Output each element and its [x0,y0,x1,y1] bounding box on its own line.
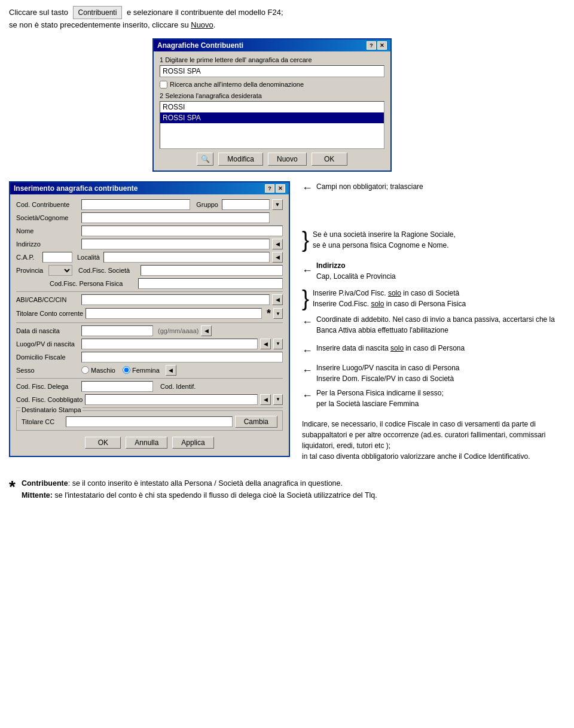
contribuente-text: : se il conto inserito è intestato alla … [68,479,343,488]
footnote-asterisk: * [9,479,16,495]
optional-text: Campi non obbligatori; tralasciare [316,181,423,192]
modifica-button[interactable]: Modifica [218,153,263,166]
sesso-arrow-btn[interactable]: ◀ [166,365,176,376]
data-nascita-note: ← Inserire data di nascita solo in caso … [302,343,565,359]
titolare-label: Titolare Conto corrente [16,310,83,317]
arrow-luogo: ← [302,363,313,379]
mittente-text: se l'intestatario del conto è chi sta sp… [53,491,377,499]
societa-input[interactable] [81,212,270,223]
societa-row: Società/Cognome ▶ [16,212,283,223]
cod-identif-note: Indicare, se necessario, il codice Fisca… [302,419,565,462]
domicilio-input[interactable] [81,352,283,363]
footnote: * Contribuente: se il conto inserito è i… [9,477,565,501]
locality-input[interactable] [103,252,270,263]
cod-identif-label: Cod. Identif. [160,383,196,390]
fisc-brace: } Inserire P.iva/Cod Fisc. solo in caso … [302,288,565,309]
cod-fisc-pf-label: Cod.Fisc. Persona Fisica [50,280,136,287]
gruppo-input[interactable] [222,199,270,210]
cod-contribuente-input[interactable] [81,199,190,210]
insert-help-btn[interactable]: ? [265,184,274,193]
codfisc-societa-input[interactable] [141,265,283,276]
femmina-radio[interactable] [123,366,130,374]
titolare-dropdown[interactable]: ▼ [273,308,283,319]
maschio-radio-item: Maschio [81,366,115,374]
sesso-note: ← Per la Persona Fisica indicarne il ses… [302,388,565,409]
nome-input[interactable] [81,226,283,236]
domicilio-label: Domicilio Fiscale [16,354,79,361]
search-checkbox[interactable] [160,81,167,89]
ok-button-insert[interactable]: OK [85,437,121,449]
titolare-cc-input[interactable] [66,416,233,427]
separator1 [16,291,283,292]
indirizzo-arrow-btn[interactable]: ◀ [272,239,283,249]
data-arrow-btn[interactable]: ◀ [201,325,212,336]
coordinate-note: ← Coordinate di addebito. Nel caso di in… [302,314,565,336]
indirizzo-row: Indirizzo ◀ [16,239,283,249]
gg-mm-aaaa-hint: (gg/mm/aaaa) [158,327,199,334]
cod-contribuente-label: Cod. Contribuente [16,201,79,208]
coobb-dropdown[interactable]: ▼ [273,394,283,405]
cod-fisc-delega-input[interactable] [81,381,153,392]
contribuente-bold: Contribuente [22,479,68,488]
data-nascita-input[interactable] [81,325,153,336]
abi-arrow-btn[interactable]: ◀ [272,294,283,305]
cambia-button[interactable]: Cambia [235,416,277,428]
instruction-text1: Cliccare sul tasto [9,8,68,17]
societa-brace: } Se è una società inserire la Ragione S… [302,229,565,251]
abi-row: ABI/CAB/CC/CIN ◀ [16,294,283,305]
abi-label: ABI/CAB/CC/CIN [16,296,79,303]
provincia-select[interactable] [48,265,72,276]
search-dialog-title: Anagrafiche Contribuenti ? ✕ [154,39,390,51]
dialog-help-btn[interactable]: ? [367,41,376,50]
luogo-nascita-label: Luogo/PV di nascita [16,340,79,348]
search-input[interactable] [160,65,384,77]
cod-fisc-delega-row: Cod. Fisc. Delega Cod. Identif. [16,381,283,392]
contribuenti-button-inline: Contribuenti [73,6,123,19]
luogo-arrow-btn[interactable]: ◀ [260,339,271,349]
abi-input[interactable] [81,294,270,305]
annotations-column: ← Campi non obbligatori; tralasciare } S… [302,181,565,465]
dest-stampa-legend: Destinatario Stampa [20,406,83,413]
cod-fisc-coobb-input[interactable] [85,394,258,405]
societa-label: Società/Cognome [16,214,79,221]
data-nascita-row: Data di nascita (gg/mm/aaaa) ◀ [16,325,283,336]
gruppo-arrow-btn[interactable]: ▼ [272,199,283,210]
cod-fisc-delega-label: Cod. Fisc. Delega [16,383,79,390]
provincia-row: Provincia Cod.Fisc. Società [16,265,283,276]
indirizzo-input[interactable] [81,239,270,249]
gruppo-label: Gruppo [196,201,218,208]
search-result-rossi-spa[interactable]: ROSSI SPA [160,112,384,123]
annulla-button[interactable]: Annulla [126,437,167,449]
indirizzo-label: Indirizzo [16,240,79,248]
mittente-bold: Mittente: [22,491,53,499]
titolare-cc-row: Titolare CC Cambia [22,416,277,428]
nuovo-button[interactable]: Nuovo [268,153,307,166]
instruction-text2: e selezionare il contribuente del modell… [127,8,283,17]
dialog-close-btn[interactable]: ✕ [377,41,387,50]
cap-input[interactable] [42,252,72,263]
cod-fisc-pf-input[interactable] [138,278,283,289]
arrow-optional: ← [302,180,313,196]
instruction-text3: se non è stato precedentemente inserito,… [9,20,189,29]
titolare-row: Titolare Conto corrente * ▼ [16,307,283,320]
main-area: Inserimento anagrafica contribuente ? ✕ … [9,181,565,465]
maschio-radio[interactable] [81,366,89,374]
titolare-input[interactable] [86,308,262,319]
search-icon-button[interactable]: 🔍 [197,153,213,166]
luogo-nascita-input[interactable] [81,339,258,349]
maschio-label: Maschio [91,367,115,374]
locality-arrow-btn[interactable]: ◀ [272,252,283,263]
ok-button-search[interactable]: OK [312,153,347,166]
locality-label: Località [77,254,101,261]
luogo-note: ← Inserire Luogo/PV nascita in caso di P… [302,363,565,384]
femmina-radio-item: Femmina [123,366,160,374]
arrow-data: ← [302,343,313,359]
search-result-rossi[interactable]: ROSSI [160,102,384,112]
insert-close-btn[interactable]: ✕ [276,184,285,193]
nuovo-link[interactable]: Nuovo [191,20,213,29]
luogo-dropdown[interactable]: ▼ [273,339,283,349]
coobb-arrow-btn[interactable]: ◀ [260,394,271,405]
indirizzo-note: ← Indirizzo Cap, Località e Provincia [302,260,565,282]
applica-button[interactable]: Applica [172,437,213,449]
luogo-nascita-row: Luogo/PV di nascita ◀ ▼ [16,339,283,349]
